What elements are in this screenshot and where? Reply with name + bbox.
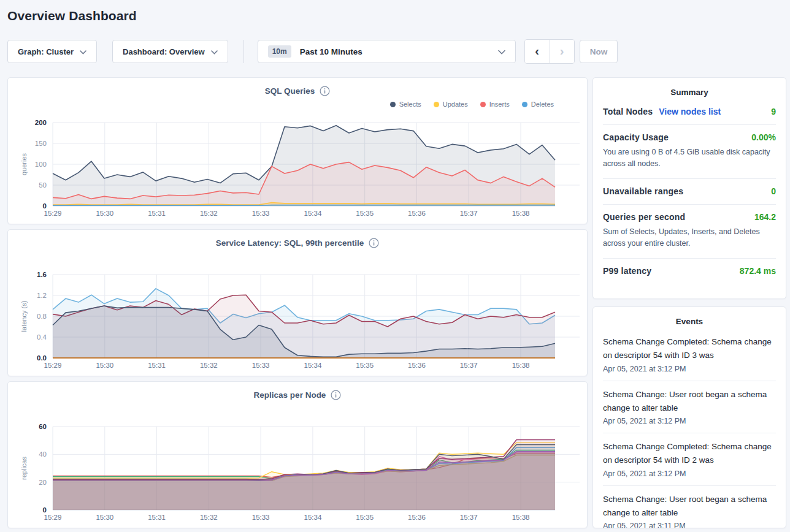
svg-text:replicas: replicas — [20, 457, 28, 480]
summary-item-label: Queries per second — [603, 212, 685, 222]
service-latency-chart[interactable]: 15:2915:3015:3115:3215:3315:3415:3515:36… — [8, 272, 587, 371]
legend-dot-icon — [480, 102, 486, 107]
replicas-per-node-panel: Replicas per Node 15:2915:3015:3115:3215… — [7, 381, 588, 528]
summary-items: Total NodesView nodes list9Capacity Usag… — [603, 99, 776, 284]
svg-text:15:35: 15:35 — [356, 210, 374, 217]
summary-item-label: Total Nodes — [603, 107, 653, 116]
info-icon[interactable] — [320, 86, 330, 96]
events-title: Events — [603, 317, 776, 326]
svg-text:15:34: 15:34 — [304, 514, 322, 521]
sql-queries-panel: SQL Queries SelectsUpdatesInsertsDeletes… — [7, 77, 588, 224]
legend-item-selects: Selects — [390, 101, 421, 108]
legend-label: Inserts — [489, 101, 510, 108]
event-items: Schema Change Completed: Schema change o… — [603, 329, 776, 528]
svg-text:queries: queries — [20, 153, 28, 175]
event-item: Schema Change Completed: Schema change o… — [603, 329, 776, 381]
event-timestamp: Apr 05, 2021 at 3:12 PM — [603, 469, 776, 478]
page-title: Overview Dashboard — [7, 9, 786, 23]
now-button[interactable]: Now — [580, 40, 618, 63]
svg-text:15:35: 15:35 — [356, 514, 374, 521]
sidebar: Summary Total NodesView nodes list9Capac… — [592, 77, 786, 528]
svg-text:15:37: 15:37 — [460, 210, 478, 217]
summary-panel: Summary Total NodesView nodes list9Capac… — [592, 77, 786, 299]
sql-queries-chart[interactable]: 15:2915:3015:3115:3215:3315:3415:3515:36… — [8, 120, 587, 219]
chevron-right-icon: › — [560, 45, 564, 57]
event-timestamp: Apr 05, 2021 at 3:12 PM — [603, 417, 776, 425]
svg-text:15:34: 15:34 — [304, 362, 322, 369]
summary-item-value: 872.4 ms — [740, 266, 776, 276]
dashboard-selector-dropdown[interactable]: Dashboard: Overview — [112, 40, 228, 63]
graph-selector-label: Graph: Cluster — [18, 47, 74, 56]
legend-label: Deletes — [531, 101, 554, 108]
svg-text:15:32: 15:32 — [200, 362, 218, 369]
svg-text:15:30: 15:30 — [96, 514, 113, 521]
svg-text:15:29: 15:29 — [44, 362, 62, 369]
svg-text:15:33: 15:33 — [252, 210, 270, 217]
event-text: Schema Change Completed: Schema change o… — [603, 335, 776, 363]
toolbar-divider — [244, 40, 244, 63]
chart-title: Replicas per Node — [254, 390, 326, 400]
summary-item: Capacity Usage0.00%You are using 0 B of … — [603, 125, 776, 178]
summary-item-description: Sum of Selects, Updates, Inserts, and De… — [603, 226, 776, 250]
svg-text:15:32: 15:32 — [200, 210, 218, 217]
summary-item-label: Unavailable ranges — [603, 186, 683, 196]
service-latency-panel: Service Latency: SQL, 99th percentile 15… — [7, 229, 588, 376]
chevron-left-icon: ‹ — [535, 45, 539, 57]
svg-text:15:31: 15:31 — [148, 362, 166, 369]
page: Overview Dashboard Graph: Cluster Dashbo… — [0, 9, 790, 528]
toolbar: Graph: Cluster Dashboard: Overview 10m P… — [7, 39, 786, 64]
svg-text:15:31: 15:31 — [148, 514, 166, 521]
summary-item: Unavailable ranges0 — [603, 179, 776, 204]
event-timestamp: Apr 05, 2021 at 3:11 PM — [603, 522, 776, 528]
event-item: Schema Change: User root began a schema … — [603, 486, 776, 528]
svg-text:50: 50 — [39, 181, 47, 189]
info-icon[interactable] — [331, 390, 341, 400]
svg-text:0.4: 0.4 — [37, 333, 47, 341]
svg-text:0.0: 0.0 — [37, 354, 47, 362]
chevron-down-icon — [211, 47, 218, 56]
charts-column: SQL Queries SelectsUpdatesInsertsDeletes… — [7, 77, 588, 528]
time-nav-group: ‹ › — [524, 39, 575, 64]
svg-text:100: 100 — [35, 161, 47, 168]
summary-title: Summary — [603, 88, 776, 97]
svg-text:15:36: 15:36 — [408, 514, 426, 521]
svg-text:1.6: 1.6 — [37, 272, 47, 278]
summary-item: P99 latency872.4 ms — [603, 259, 776, 284]
svg-text:15:29: 15:29 — [44, 210, 62, 217]
info-icon[interactable] — [369, 238, 379, 248]
event-text: Schema Change Completed: Schema change o… — [603, 440, 776, 468]
svg-text:15:30: 15:30 — [96, 362, 113, 369]
svg-text:15:33: 15:33 — [252, 362, 270, 369]
svg-text:15:33: 15:33 — [252, 514, 270, 521]
legend-item-inserts: Inserts — [480, 101, 510, 108]
svg-text:0.8: 0.8 — [37, 313, 47, 320]
legend-dot-icon — [390, 102, 396, 107]
time-range-picker[interactable]: 10m Past 10 Minutes — [258, 40, 516, 63]
legend-dot-icon — [434, 102, 439, 107]
dashboard-selector-label: Dashboard: Overview — [123, 47, 205, 56]
summary-item-row: Total NodesView nodes list9 — [603, 107, 776, 116]
replicas-per-node-chart[interactable]: 15:2915:3015:3115:3215:3315:3415:3515:36… — [8, 424, 587, 523]
summary-item-label: Capacity Usage — [603, 132, 669, 142]
view-nodes-list-link[interactable]: View nodes list — [659, 107, 721, 116]
svg-text:15:36: 15:36 — [408, 210, 426, 217]
summary-item-value: 0 — [771, 186, 776, 196]
summary-item-value: 164.2 — [754, 212, 776, 222]
svg-text:15:34: 15:34 — [304, 210, 322, 217]
time-prev-button[interactable]: ‹ — [525, 40, 550, 63]
time-next-button[interactable]: › — [550, 40, 574, 63]
chart-legend: SelectsUpdatesInsertsDeletes — [8, 101, 587, 108]
svg-text:40: 40 — [39, 450, 47, 458]
svg-text:1.2: 1.2 — [37, 292, 47, 299]
svg-text:15:31: 15:31 — [148, 210, 166, 217]
svg-text:15:37: 15:37 — [460, 362, 478, 369]
summary-item-row: Unavailable ranges0 — [603, 186, 776, 196]
summary-item: Queries per second164.2Sum of Selects, U… — [603, 205, 776, 258]
event-text: Schema Change: User root began a schema … — [603, 388, 776, 416]
graph-selector-dropdown[interactable]: Graph: Cluster — [7, 40, 97, 63]
events-panel: Events Schema Change Completed: Schema c… — [592, 306, 786, 528]
svg-text:60: 60 — [39, 424, 47, 430]
content: SQL Queries SelectsUpdatesInsertsDeletes… — [7, 77, 786, 528]
svg-text:15:36: 15:36 — [408, 362, 426, 369]
svg-text:15:30: 15:30 — [96, 210, 113, 217]
